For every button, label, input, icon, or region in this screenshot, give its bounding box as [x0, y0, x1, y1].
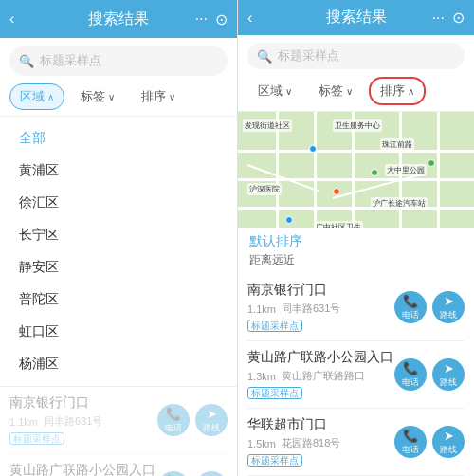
left-background-list: 南京银行门口 1.1km 同丰路631号 标题采样点 📞电话 ➤路线 — [0, 387, 237, 476]
item1-actions: 📞电话 ➤路线 — [157, 471, 228, 476]
chevron-tag-left: ∨ — [108, 92, 115, 102]
map-placeholder: 发现街道社区 卫生服务中心 珠江前路 大中里公园 沪深医院 沪广长途汽车站 广中… — [238, 112, 474, 228]
right-phone-btn-2[interactable]: 📞电话 — [394, 426, 427, 458]
map-pin-2[interactable] — [371, 169, 378, 176]
right-filter-bar: 区域 ∨ 标签 ∨ 排序 ∧ — [238, 77, 474, 112]
dropdown-item-jingan[interactable]: 静安区 — [0, 251, 237, 284]
map-label-5: 沪深医院 — [247, 183, 282, 195]
chevron-region-left: ∧ — [47, 92, 54, 102]
map-pin-5[interactable] — [428, 159, 435, 167]
item0-sub: 1.1km 同丰路631号 — [9, 414, 102, 429]
dropdown-item-yangpu[interactable]: 杨浦区 — [0, 348, 237, 380]
right-item2-sub: 1.5km 花园路818号 — [247, 436, 340, 450]
left-header-right: ··· ⊙ — [195, 10, 228, 28]
filter-sort-left[interactable]: 排序 ∨ — [131, 83, 186, 110]
right-item1-title: 黄山路广联路小公园入口 — [247, 349, 393, 366]
dropdown-item-all[interactable]: 全部 — [0, 122, 237, 155]
close-icon-right[interactable]: ⊙ — [452, 9, 465, 27]
sort-sub: 距离远近 — [249, 252, 463, 268]
right-phone-btn-1[interactable]: 📞电话 — [394, 358, 427, 391]
right-list-item-2: 华联超市门口 1.5km 花园路818号 标题采样点 📞电话 ➤路线 — [247, 409, 465, 476]
search-icon-left: 🔍 — [19, 54, 34, 68]
phone-btn-1: 📞电话 — [157, 471, 190, 476]
dropdown-item-huangpu[interactable]: 黄浦区 — [0, 155, 237, 187]
left-title: 搜索结果 — [88, 9, 149, 29]
menu-icon-right[interactable]: ··· — [432, 9, 445, 27]
right-item2-actions: 📞电话 ➤路线 — [394, 426, 465, 458]
item1-title: 黄山路广联路小公园入口 — [9, 462, 155, 476]
right-item0-sub: 1.1km 同丰路631号 — [247, 302, 340, 316]
filter-region-left[interactable]: 区域 ∧ — [9, 83, 64, 110]
map-pin-1[interactable] — [309, 145, 317, 153]
chevron-tag-right: ∨ — [346, 86, 353, 97]
filter-tag-right[interactable]: 标签 ∨ — [308, 78, 363, 104]
map-label-7: 广中社区卫生 — [314, 221, 363, 228]
dropdown-item-hongkou[interactable]: 虹口区 — [0, 316, 237, 348]
left-back[interactable]: ‹ — [9, 10, 14, 27]
right-item2-title: 华联超市门口 — [247, 416, 340, 433]
map-label-4: 大中里公园 — [385, 164, 427, 176]
right-search-bar[interactable]: 🔍 标题采样点 — [247, 43, 465, 69]
filter-sort-right[interactable]: 排序 ∧ — [369, 77, 426, 105]
left-search-bar[interactable]: 🔍 标题采样点 — [9, 46, 228, 76]
left-search-placeholder: 标题采样点 — [40, 52, 101, 69]
map-label-6: 沪广长途汽车站 — [371, 197, 428, 210]
right-title: 搜索结果 — [326, 8, 387, 27]
right-item1-actions: 📞电话 ➤路线 — [394, 358, 465, 391]
right-phone-btn-0[interactable]: 📞电话 — [394, 291, 427, 323]
right-list-item-0: 南京银行门口 1.1km 同丰路631号 标题采样点 📞电话 ➤路线 — [247, 274, 465, 341]
right-item0-actions: 📞电话 ➤路线 — [394, 291, 465, 323]
map-pin-3[interactable] — [333, 188, 340, 195]
left-dropdown-overlay: 全部 黄浦区 徐汇区 长宁区 静安区 普陀区 虹口区 杨浦区 南京银行门口 1.… — [0, 117, 237, 476]
item0-actions: 📞电话 ➤路线 — [157, 404, 228, 436]
dropdown-item-xuhui[interactable]: 徐汇区 — [0, 187, 237, 219]
close-icon-left[interactable]: ⊙ — [215, 10, 228, 28]
list-item-1: 黄山路广联路小公园入口 1.3km 黄山路广联路路口 标题采样点 📞电话 ➤路线 — [9, 454, 228, 476]
list-item-0: 南京银行门口 1.1km 同丰路631号 标题采样点 📞电话 ➤路线 — [9, 387, 228, 454]
filter-tag-left[interactable]: 标签 ∨ — [70, 83, 125, 110]
right-search-placeholder: 标题采样点 — [278, 47, 339, 64]
left-dropdown-menu: 全部 黄浦区 徐汇区 长宁区 静安区 普陀区 虹口区 杨浦区 — [0, 117, 237, 387]
right-header-right: ··· ⊙ — [432, 9, 465, 27]
right-list-item-1: 黄山路广联路小公园入口 1.3km 黄山路广联路路口 标题采样点 📞电话 ➤路线 — [247, 341, 465, 409]
dropdown-item-putuo[interactable]: 普陀区 — [0, 284, 237, 316]
right-back[interactable]: ‹ — [247, 9, 252, 27]
back-icon-right[interactable]: ‹ — [247, 9, 252, 27]
filter-region-right[interactable]: 区域 ∨ — [247, 78, 302, 104]
left-header: ‹ 搜索结果 ··· ⊙ — [0, 0, 237, 38]
map-label-2: 卫生服务中心 — [333, 119, 382, 132]
right-route-btn-0[interactable]: ➤路线 — [432, 291, 465, 323]
phone-btn-0: 📞电话 — [157, 404, 190, 436]
right-item1-sub: 1.3km 黄山路广联路路口 — [247, 369, 393, 383]
right-route-btn-1[interactable]: ➤路线 — [432, 358, 465, 391]
back-icon[interactable]: ‹ — [9, 10, 14, 27]
map-label-3: 珠江前路 — [380, 138, 414, 151]
right-panel: ‹ 搜索结果 ··· ⊙ 🔍 标题采样点 区域 ∨ 标签 ∨ 排序 ∧ — [237, 0, 474, 476]
left-filter-bar: 区域 ∧ 标签 ∨ 排序 ∨ — [0, 83, 237, 117]
route-btn-1: ➤路线 — [195, 471, 228, 476]
right-header: ‹ 搜索结果 ··· ⊙ — [238, 0, 474, 35]
right-map[interactable]: 发现街道社区 卫生服务中心 珠江前路 大中里公园 沪深医院 沪广长途汽车站 广中… — [238, 112, 474, 228]
right-item0-title: 南京银行门口 — [247, 282, 340, 299]
chevron-sort-left: ∨ — [169, 92, 175, 102]
menu-icon-left[interactable]: ··· — [195, 10, 208, 27]
map-label-1: 发现街道社区 — [243, 119, 292, 132]
map-pin-4[interactable] — [285, 216, 293, 224]
dropdown-item-changning[interactable]: 长宁区 — [0, 219, 237, 251]
sort-title: 默认排序 — [249, 233, 463, 250]
right-route-btn-2[interactable]: ➤路线 — [432, 426, 465, 458]
search-icon-right: 🔍 — [257, 49, 272, 64]
chevron-sort-right: ∧ — [408, 86, 414, 97]
left-panel: ‹ 搜索结果 ··· ⊙ 🔍 标题采样点 区域 ∧ 标签 ∨ 排序 ∨ 全部 黄… — [0, 0, 237, 476]
chevron-region-right: ∨ — [285, 86, 292, 97]
sort-section: 默认排序 距离远近 — [238, 228, 474, 274]
item0-title: 南京银行门口 — [9, 394, 102, 412]
route-btn-0: ➤路线 — [195, 404, 228, 436]
right-list: 南京银行门口 1.1km 同丰路631号 标题采样点 📞电话 ➤路线 黄山路广联… — [238, 274, 474, 476]
